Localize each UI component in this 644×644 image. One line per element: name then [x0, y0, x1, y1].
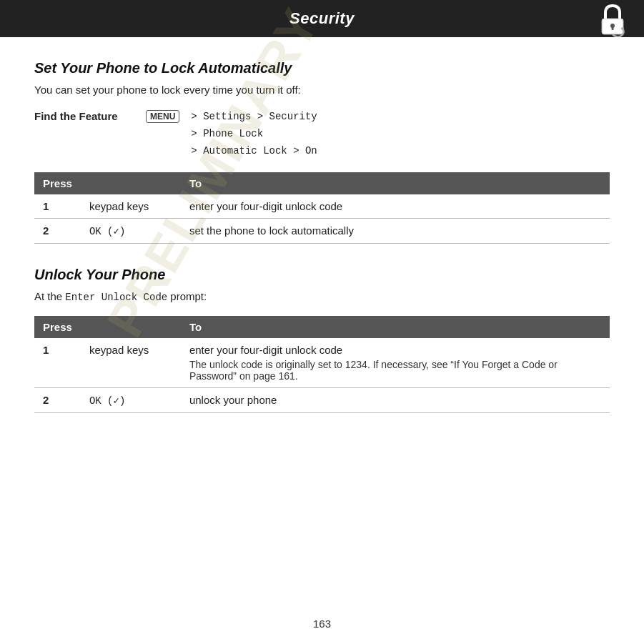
main-content: Set Your Phone to Lock Automatically You… — [0, 37, 644, 450]
section2-heading: Unlock Your Phone — [34, 267, 610, 283]
row-num: 1 — [34, 338, 81, 388]
section2-intro-code: Enter Unlock Code — [65, 292, 167, 303]
row-num: 2 — [34, 388, 81, 413]
table-row: 2 OK (✓) set the phone to lock automatic… — [34, 219, 610, 244]
table2-col1-header: Press — [34, 316, 81, 338]
table-row: 2 OK (✓) unlock your phone — [34, 388, 610, 413]
section1-heading: Set Your Phone to Lock Automatically — [34, 60, 610, 76]
find-feature-row: Find the Feature MENU > Settings > Secur… — [34, 109, 610, 159]
menu-icon-label: MENU — [146, 110, 179, 123]
section2-intro: At the Enter Unlock Code prompt: — [34, 290, 610, 303]
page-header: Security — [0, 0, 644, 37]
lock-icon — [594, 0, 631, 37]
svg-rect-2 — [612, 26, 614, 30]
row-num: 2 — [34, 219, 81, 244]
table-row: 1 keypad keys enter your four-digit unlo… — [34, 194, 610, 219]
table1-col1-header: Press — [34, 172, 81, 194]
row-press: OK (✓) — [81, 388, 181, 413]
table-row: 1 keypad keys enter your four-digit unlo… — [34, 338, 610, 388]
page-number: 163 — [313, 618, 331, 630]
find-feature-label: Find the Feature — [34, 109, 134, 122]
row-note: The unlock code is originally set to 123… — [189, 359, 601, 382]
row-num: 1 — [34, 194, 81, 219]
table1-col2-header: To — [181, 172, 610, 194]
table2-col1-spacer — [81, 316, 181, 338]
section2-intro-pre: At the — [34, 290, 65, 302]
row-to: enter your four-digit unlock codeThe unl… — [181, 338, 610, 388]
table1-col1-spacer — [81, 172, 181, 194]
row-press: keypad keys — [81, 194, 181, 219]
row-to: unlock your phone — [181, 388, 610, 413]
section2-intro-post: prompt: — [167, 290, 207, 302]
find-feature-path: > Settings > Security > Phone Lock > Aut… — [191, 109, 317, 159]
row-press: keypad keys — [81, 338, 181, 388]
row-press: OK (✓) — [81, 219, 181, 244]
page-title: Security — [289, 9, 355, 28]
path-line1: > Settings > Security — [191, 111, 317, 122]
path-line3: > Automatic Lock > On — [191, 145, 317, 157]
section1-table: Press To 1 keypad keys enter your four-d… — [34, 172, 610, 244]
section1-intro: You can set your phone to lock every tim… — [34, 84, 610, 96]
row-to: enter your four-digit unlock code — [181, 194, 610, 219]
row-to: set the phone to lock automatically — [181, 219, 610, 244]
table2-col2-header: To — [181, 316, 610, 338]
section2-table: Press To 1 keypad keys enter your four-d… — [34, 316, 610, 413]
svg-point-3 — [621, 27, 624, 30]
path-line2: > Phone Lock — [191, 128, 263, 139]
